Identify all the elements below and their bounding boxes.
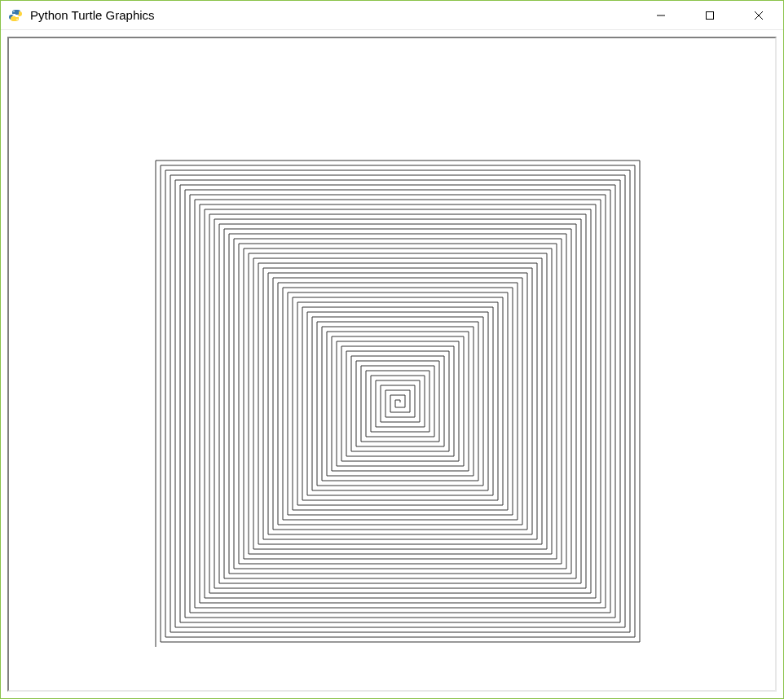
spiral-path: [156, 160, 640, 647]
window-controls: [636, 1, 783, 29]
close-button[interactable]: [734, 1, 783, 29]
svg-point-0: [13, 11, 15, 12]
content-area: [1, 30, 783, 698]
window-title: Python Turtle Graphics: [30, 8, 636, 22]
window: Python Turtle Graphics: [0, 0, 784, 699]
minimize-button[interactable]: [636, 1, 685, 29]
svg-point-1: [16, 19, 18, 20]
canvas-frame: [7, 37, 777, 692]
maximize-button[interactable]: [685, 1, 734, 29]
turtle-canvas: [9, 38, 775, 690]
titlebar[interactable]: Python Turtle Graphics: [1, 1, 783, 30]
svg-rect-3: [707, 11, 714, 19]
window-icon: [7, 7, 24, 24]
